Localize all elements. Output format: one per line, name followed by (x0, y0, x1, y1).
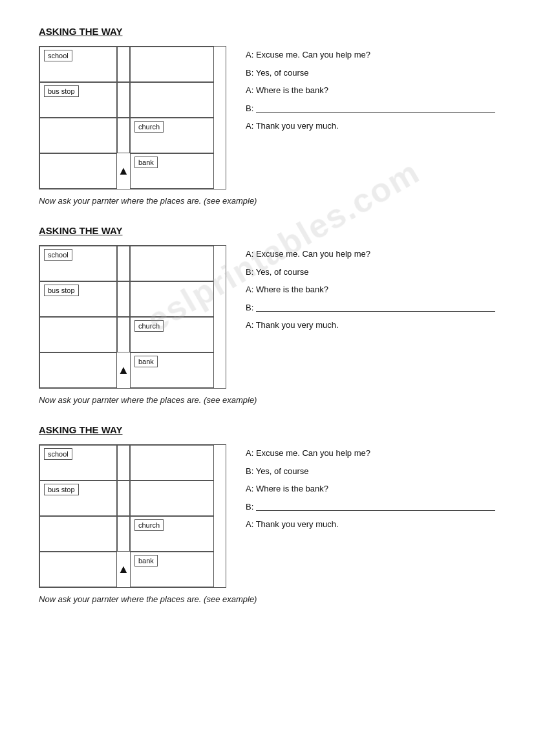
road-2-3 (117, 317, 130, 352)
cell-empty-2-3 (39, 317, 117, 352)
cell-empty-2-2 (130, 281, 214, 317)
dialogue-1-line2: B: Yes, of course (246, 67, 495, 80)
dialogue-2-b-prefix: B: (246, 301, 253, 314)
section-2: ASKING THE WAY school bus stop church (39, 225, 495, 405)
cell-empty-2-4 (39, 352, 117, 388)
section-3-body: school bus stop church ▲ bank (39, 444, 495, 588)
road-1-3 (117, 118, 130, 153)
cell-empty-3-2 (130, 481, 214, 516)
dialogue-1-b-prefix: B: (246, 102, 253, 115)
dialogue-3-line5: A: Thank you very much. (246, 518, 495, 531)
section-1: ASKING THE WAY school bus stop (39, 26, 495, 206)
dialogue-2-underline (256, 311, 495, 312)
cell-bank-1: bank (130, 153, 214, 189)
road-2-1 (117, 246, 130, 281)
section-3-dialogue: A: Excuse me. Can you help me? B: Yes, o… (246, 444, 495, 531)
dialogue-2-line5: A: Thank you very much. (246, 319, 495, 332)
cell-empty-3-3 (39, 516, 117, 552)
busstop-label-3: bus stop (44, 484, 79, 495)
cell-busstop-1: bus stop (39, 82, 117, 118)
section-3-title: ASKING THE WAY (39, 424, 495, 435)
section-1-map: school bus stop church ▲ (39, 46, 226, 189)
cell-empty-3-4 (39, 552, 117, 587)
dialogue-2-line3: A: Where is the bank? (246, 283, 495, 296)
school-label-3: school (44, 448, 72, 460)
section-1-body: school bus stop church ▲ (39, 46, 495, 189)
dialogue-1-line5: A: Thank you very much. (246, 120, 495, 133)
dialogue-3-line3: A: Where is the bank? (246, 482, 495, 495)
cell-school-1: school (39, 47, 117, 82)
dialogue-2-line2: B: Yes, of course (246, 266, 495, 279)
road-2-2 (117, 281, 130, 317)
arrow-2: ▲ (117, 352, 130, 388)
cell-empty-2-1 (130, 246, 214, 281)
school-label-2: school (44, 249, 72, 261)
cell-church-1: church (130, 118, 214, 153)
cell-empty-1-3 (39, 118, 117, 153)
section-3: ASKING THE WAY school bus stop church (39, 424, 495, 604)
road-3-3 (117, 516, 130, 552)
section-2-body: school bus stop church ▲ bank (39, 245, 495, 389)
cell-empty-1-1 (130, 47, 214, 82)
cell-church-2: church (130, 317, 214, 352)
cell-empty-1-4 (39, 153, 117, 189)
section-1-note: Now ask your parnter where the places ar… (39, 196, 495, 206)
road-1-2 (117, 82, 130, 118)
section-1-dialogue: A: Excuse me. Can you help me? B: Yes, o… (246, 46, 495, 133)
dialogue-3-line1: A: Excuse me. Can you help me? (246, 447, 495, 460)
bank-label-3: bank (134, 555, 158, 567)
road-3-1 (117, 445, 130, 481)
dialogue-1-line4: B: (246, 102, 495, 115)
cell-busstop-2: bus stop (39, 281, 117, 317)
section-2-note: Now ask your parnter where the places ar… (39, 395, 495, 405)
section-3-map: school bus stop church ▲ bank (39, 444, 226, 588)
road-1-1 (117, 47, 130, 82)
cell-school-2: school (39, 246, 117, 281)
cell-empty-1-2 (130, 82, 214, 118)
map-grid-2: school bus stop church ▲ bank (39, 245, 226, 389)
cell-bank-2: bank (130, 352, 214, 388)
dialogue-1-line1: A: Excuse me. Can you help me? (246, 49, 495, 61)
section-2-map: school bus stop church ▲ bank (39, 245, 226, 389)
section-2-title: ASKING THE WAY (39, 225, 495, 236)
section-3-note: Now ask your parnter where the places ar… (39, 594, 495, 604)
arrow-3: ▲ (117, 552, 130, 587)
church-label-3: church (134, 519, 164, 531)
dialogue-3-line2: B: Yes, of course (246, 465, 495, 478)
church-label-1: church (134, 121, 164, 133)
section-2-dialogue: A: Excuse me. Can you help me? B: Yes, o… (246, 245, 495, 332)
cell-church-3: church (130, 516, 214, 552)
section-1-title: ASKING THE WAY (39, 26, 495, 37)
dialogue-3-underline (256, 510, 495, 511)
dialogue-3-line4: B: (246, 501, 495, 513)
arrow-1: ▲ (117, 153, 130, 189)
bank-label-1: bank (134, 157, 158, 168)
road-3-2 (117, 481, 130, 516)
church-label-2: church (134, 320, 164, 332)
school-label-1: school (44, 50, 72, 61)
busstop-label-1: bus stop (44, 85, 79, 97)
dialogue-3-b-prefix: B: (246, 501, 253, 513)
dialogue-1-line3: A: Where is the bank? (246, 84, 495, 97)
cell-empty-3-1 (130, 445, 214, 481)
bank-label-2: bank (134, 356, 158, 367)
dialogue-1-underline (256, 112, 495, 113)
dialogue-2-line4: B: (246, 301, 495, 314)
dialogue-2-line1: A: Excuse me. Can you help me? (246, 248, 495, 261)
busstop-label-2: bus stop (44, 285, 79, 296)
cell-busstop-3: bus stop (39, 481, 117, 516)
cell-bank-3: bank (130, 552, 214, 587)
map-grid-1: school bus stop church ▲ (39, 46, 226, 189)
map-grid-3: school bus stop church ▲ bank (39, 444, 226, 588)
cell-school-3: school (39, 445, 117, 481)
